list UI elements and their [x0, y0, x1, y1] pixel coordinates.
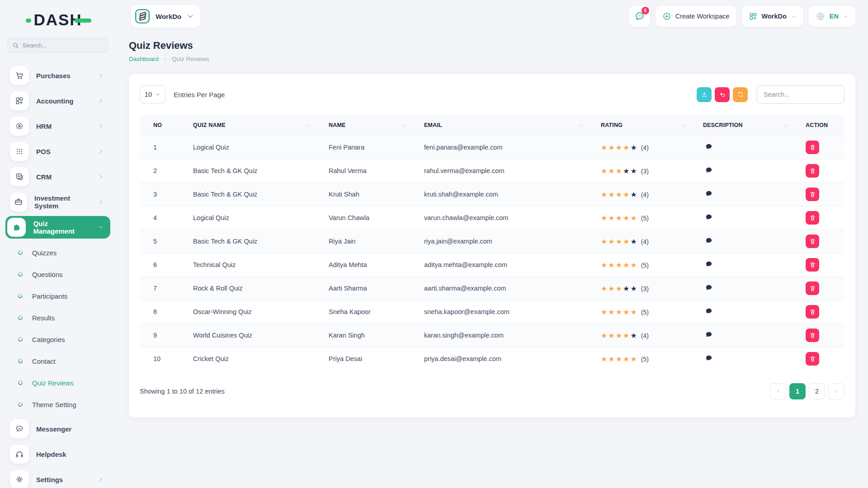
rating-count: (4): [641, 238, 649, 245]
pagination-prev-button[interactable]: [770, 383, 786, 399]
entries-per-page-select[interactable]: 10: [140, 85, 165, 103]
sidebar-item-helpdesk[interactable]: Helpdesk: [7, 441, 108, 467]
rating-stars: ★★★★★: [601, 167, 638, 175]
sidebar-item-investment-system[interactable]: Investment System: [7, 189, 108, 215]
sidebar-item-crm[interactable]: CRM: [7, 164, 108, 189]
column-header-quiz-name[interactable]: QUIZ NAME↑↓: [179, 115, 315, 136]
delete-button[interactable]: [806, 305, 819, 319]
delete-button[interactable]: [806, 235, 819, 248]
dots-grid-icon: [15, 147, 24, 156]
puzzle-icon-tile: [7, 218, 26, 237]
delete-button[interactable]: [806, 328, 819, 342]
delete-button[interactable]: [806, 211, 819, 225]
comment-icon[interactable]: [705, 354, 713, 362]
table-row: 9World Cuisines QuizKaran Singhkaran.sin…: [140, 324, 844, 347]
column-header-action: ACTION: [792, 115, 844, 136]
table-row: 2Basic Tech & GK QuizRahul Vermarahul.ve…: [140, 159, 844, 183]
sidebar-search[interactable]: [7, 38, 108, 53]
comment-icon[interactable]: [705, 190, 713, 198]
delete-button[interactable]: [806, 282, 819, 295]
gear-icon-tile: [10, 470, 29, 488]
create-workspace-button[interactable]: Create Workspace: [656, 6, 736, 27]
sidebar-subitem-contact[interactable]: Contact: [7, 350, 108, 372]
sidebar-item-hrm[interactable]: HRM: [7, 113, 108, 139]
comment-icon[interactable]: [705, 331, 713, 339]
comment-icon[interactable]: [705, 260, 713, 268]
pagination-next-button[interactable]: [828, 383, 844, 399]
column-header-description[interactable]: DESCRIPTION↑↓: [689, 115, 792, 136]
export-button[interactable]: [697, 87, 712, 102]
sidebar-item-settings[interactable]: Settings: [7, 467, 108, 488]
participant-name-cell: Aditya Mehta: [315, 253, 410, 277]
pagination-page-2[interactable]: 2: [809, 383, 825, 399]
sidebar-search-input[interactable]: [23, 42, 104, 49]
table-row: 1Logical QuizFeni Panarafeni.panara@exam…: [140, 136, 844, 159]
chevron-right-icon: [834, 389, 839, 394]
sidebar-subitem-label: Questions: [32, 271, 63, 278]
back-button[interactable]: [715, 87, 730, 102]
delete-button[interactable]: [806, 164, 819, 178]
column-header-rating[interactable]: RATING↑↓: [587, 115, 689, 136]
sidebar-subitem-questions[interactable]: Questions: [7, 263, 108, 285]
star-filled-icon: ★: [616, 214, 623, 222]
sidebar-subitem-quizzes[interactable]: Quizzes: [7, 242, 108, 263]
download-icon: [701, 91, 708, 98]
reset-button[interactable]: [733, 87, 748, 102]
submenu-bullet-icon: [17, 358, 24, 364]
sidebar-item-pos[interactable]: POS: [7, 139, 108, 164]
delete-button[interactable]: [806, 141, 819, 154]
sidebar-subitem-theme-setting[interactable]: Theme Setting: [7, 394, 108, 415]
messages-button[interactable]: 0: [629, 6, 650, 27]
sidebar-item-label: Messenger: [36, 425, 71, 433]
trash-icon: [809, 191, 816, 198]
star-filled-icon: ★: [601, 237, 608, 246]
star-filled-icon: ★: [623, 331, 630, 340]
column-header-name[interactable]: NAME↑↓: [315, 115, 410, 136]
comment-icon[interactable]: [705, 166, 713, 174]
breadcrumb-dashboard-link[interactable]: Dashboard: [129, 56, 159, 62]
sidebar-subitem-results[interactable]: Results: [7, 307, 108, 328]
delete-button[interactable]: [806, 188, 819, 201]
sidebar-subitem-quiz-reviews[interactable]: Quiz Reviews: [7, 372, 108, 394]
workspace-logo-icon: [134, 8, 151, 25]
sidebar-subitem-categories[interactable]: Categories: [7, 328, 108, 350]
language-dropdown[interactable]: EN: [809, 6, 855, 27]
sidebar-item-purchases[interactable]: Purchases: [7, 63, 108, 88]
table-row: 3Basic Tech & GK QuizKruti Shahkruti.sha…: [140, 183, 844, 206]
rating-cell: ★★★★★(5): [587, 300, 689, 324]
comment-icon[interactable]: [705, 213, 713, 221]
comment-icon[interactable]: [705, 307, 713, 315]
workspace-switcher[interactable]: WorkDo: [131, 5, 200, 28]
workspace-dropdown[interactable]: WorkDo: [742, 6, 803, 27]
star-filled-icon: ★: [601, 143, 608, 152]
star-empty-icon: ★: [623, 284, 630, 293]
sidebar-item-label: HRM: [36, 122, 52, 130]
sidebar-item-messenger[interactable]: Messenger: [7, 416, 108, 441]
star-filled-icon: ★: [608, 261, 615, 269]
main-content: Quiz Reviews Dashboard Quiz Reviews 10 E…: [116, 33, 868, 488]
rating-count: (4): [641, 191, 649, 198]
description-cell: [689, 300, 792, 324]
star-filled-icon: ★: [608, 237, 615, 246]
star-filled-icon: ★: [608, 190, 615, 199]
star-filled-icon: ★: [623, 190, 630, 199]
comment-icon[interactable]: [705, 143, 713, 151]
delete-button[interactable]: [806, 352, 819, 366]
language-code: EN: [830, 13, 839, 20]
sidebar-item-label: POS: [36, 148, 51, 155]
star-empty-icon: ★: [623, 167, 630, 175]
comment-icon[interactable]: [705, 284, 713, 292]
delete-button[interactable]: [806, 258, 819, 272]
sidebar-item-label: Investment System: [34, 194, 90, 210]
star-filled-icon: ★: [601, 167, 608, 175]
pagination-page-1[interactable]: 1: [789, 383, 806, 399]
sidebar-item-accounting[interactable]: Accounting: [7, 88, 108, 113]
table-search-input[interactable]: [757, 85, 844, 104]
column-header-email[interactable]: EMAIL↑↓: [410, 115, 587, 136]
sidebar-subitem-participants[interactable]: Participants: [7, 285, 108, 307]
comment-icon[interactable]: [705, 237, 713, 245]
star-empty-icon: ★: [630, 167, 637, 175]
star-filled-icon: ★: [623, 143, 630, 152]
participant-name-cell: Rahul Verma: [315, 159, 410, 183]
sidebar-item-quiz-management[interactable]: Quiz Management: [5, 216, 110, 239]
